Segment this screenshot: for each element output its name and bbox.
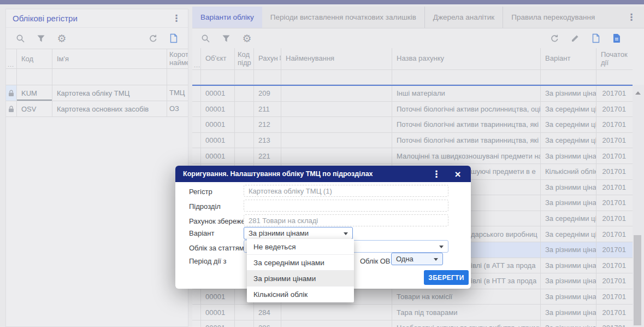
dropdown-option[interactable]: За різними цінами [247, 271, 354, 287]
column-header-variant[interactable]: Варіант [541, 48, 596, 69]
filter-cell[interactable] [52, 69, 167, 85]
storage-account-field[interactable]: 281 Товари на складі [244, 214, 448, 226]
row-selector-cell [192, 102, 201, 117]
variant-cell: За різними цінами [541, 258, 596, 273]
account-name-cell: Поточні біологічні активи тваринництва, … [392, 133, 541, 148]
tab-label: Варіанти обліку [200, 13, 254, 21]
column-header-name[interactable]: Ім'я [52, 49, 167, 68]
filter-cell[interactable] [541, 70, 596, 84]
variant-cell: За середніми цінами [541, 133, 596, 148]
designation-cell [281, 117, 392, 132]
new-document-icon[interactable] [590, 33, 601, 44]
register-field[interactable]: Картотека обліку ТМЦ (1) [244, 185, 448, 197]
chevron-down-icon [439, 246, 444, 248]
department-field[interactable] [244, 200, 448, 212]
filter-cell[interactable] [254, 70, 281, 84]
table-row[interactable]: 00001 286 Необоротні активи та групи виб… [192, 320, 633, 327]
variant-dropdown-list: Не ведетьсяЗа середніми цінамиЗа різними… [247, 239, 354, 302]
table-row[interactable]: 00001 221 Малоцінні та швидкозношувані п… [192, 148, 633, 164]
variants-toolbar: ⚙ [192, 28, 644, 48]
dropdown-option-label: За середніми цінами [253, 259, 324, 267]
search-icon[interactable] [15, 33, 26, 44]
account-cell: 209 [254, 86, 281, 101]
filter-cell[interactable] [192, 70, 201, 84]
table-row[interactable]: 00001 211 Поточні біологічні активи росл… [192, 102, 633, 118]
object-cell: 00001 [201, 86, 235, 101]
filter-icon[interactable] [36, 33, 46, 44]
tab[interactable]: Варіанти обліку [192, 7, 262, 28]
column-header-object[interactable]: Об'єкт [201, 48, 235, 69]
variant-select-label: Варіант [189, 229, 214, 237]
document-filled-icon[interactable] [611, 33, 622, 44]
ov-select[interactable]: Одна [391, 253, 443, 265]
filter-cell[interactable] [167, 69, 188, 85]
column-header-account[interactable]: Рахун [254, 48, 281, 69]
start-date-cell: 201701 [596, 226, 633, 242]
close-icon[interactable]: × [452, 169, 463, 179]
new-document-icon[interactable] [168, 33, 179, 44]
account-name-cell: Товари на комісії [392, 289, 541, 305]
kebab-menu-icon[interactable]: ⋮ [432, 168, 441, 180]
column-header-code[interactable]: Код [17, 49, 52, 68]
filter-cell[interactable] [392, 70, 541, 84]
kebab-menu-icon[interactable]: ⋮ [172, 13, 181, 24]
start-date-cell: 201701 [596, 86, 633, 101]
dropdown-option[interactable]: Кількісний облік [247, 287, 354, 302]
scroll-up-arrow-icon[interactable] [635, 91, 641, 95]
row-selector-cell [192, 320, 201, 327]
column-header-account-name[interactable]: Назва рахунку [392, 48, 541, 69]
save-button[interactable]: ЗБЕРЕГТИ [424, 270, 469, 285]
scrollbar-thumb[interactable] [634, 235, 641, 325]
filter-cell[interactable] [596, 70, 633, 84]
register-row[interactable]: OSV Картотека основних засобів ОЗ [6, 101, 188, 117]
dropdown-option[interactable]: За середніми цінами [247, 255, 354, 271]
settings-gear-icon[interactable]: ⚙ [241, 33, 252, 44]
dropdown-option[interactable]: Не ведеться [247, 239, 354, 255]
articles-select-label: Облік за статтями [189, 244, 248, 252]
window-top-bar [0, 0, 644, 4]
settings-gear-icon[interactable]: ⚙ [56, 33, 67, 44]
register-short-name: ТМЦ [167, 85, 188, 101]
registers-table-body: KUM Картотека обліку ТМЦ ТМЦ OSV Картоте… [6, 85, 188, 117]
filter-icon[interactable] [221, 33, 232, 44]
refresh-icon[interactable] [549, 33, 560, 44]
column-header-dept-code[interactable]: Код підр [235, 48, 254, 69]
column-header-designation[interactable]: Найменування [281, 48, 392, 69]
dropdown-option-label: Кількісний облік [253, 290, 308, 299]
account-name-cell: Необоротні активи та групи вибуття, утри… [392, 320, 541, 327]
variant-select[interactable]: За різними цінами [244, 227, 353, 240]
vertical-scrollbar[interactable] [633, 85, 644, 327]
filter-cell[interactable] [201, 70, 235, 84]
tab-label: Правила перекодування [511, 13, 595, 21]
tab[interactable]: Періоди виставлення початкових залишків [262, 7, 424, 28]
column-header-short-name[interactable]: Корот найме [167, 49, 188, 68]
filter-cell[interactable] [17, 69, 52, 85]
designation-cell [281, 320, 392, 327]
start-date-cell: 201701 [596, 180, 633, 195]
kebab-menu-icon[interactable]: ⋮ [627, 11, 636, 23]
search-icon[interactable] [200, 33, 211, 44]
filter-cell[interactable] [6, 69, 17, 85]
registers-panel-header: Облікові регістри ⋮ [6, 9, 188, 28]
table-row[interactable]: 00001 284 Тара під товарами За різними ц… [192, 305, 633, 320]
table-row[interactable]: 00001 212 Поточні біологічні активи твар… [192, 117, 633, 133]
filter-cell[interactable] [235, 70, 254, 84]
variant-cell: За різними цінами [541, 273, 596, 289]
table-row[interactable]: 00001 213 Поточні біологічні активи твар… [192, 133, 633, 149]
column-header-start-date[interactable]: Початок дії [596, 48, 633, 69]
start-date-cell: 201701 [596, 164, 633, 179]
tab[interactable]: Правила перекодування [503, 7, 603, 28]
variant-cell: За різними цінами [541, 242, 596, 258]
start-date-cell: 201701 [596, 289, 633, 305]
header-corner-cell: ... [6, 49, 17, 68]
row-selector-cell [192, 86, 201, 101]
filter-cell[interactable] [281, 70, 392, 84]
period-field-label: Період дії з [189, 257, 227, 265]
register-row[interactable]: KUM Картотека обліку ТМЦ ТМЦ [6, 85, 188, 101]
edit-pencil-icon[interactable] [570, 33, 581, 44]
object-cell: 00001 [201, 320, 235, 327]
table-row[interactable]: 00001 209 Інші матеріали За різними ціна… [192, 85, 633, 102]
tab[interactable]: Джерела аналітик [424, 7, 503, 28]
refresh-icon[interactable] [147, 33, 158, 44]
tab-label: Джерела аналітик [433, 13, 494, 21]
